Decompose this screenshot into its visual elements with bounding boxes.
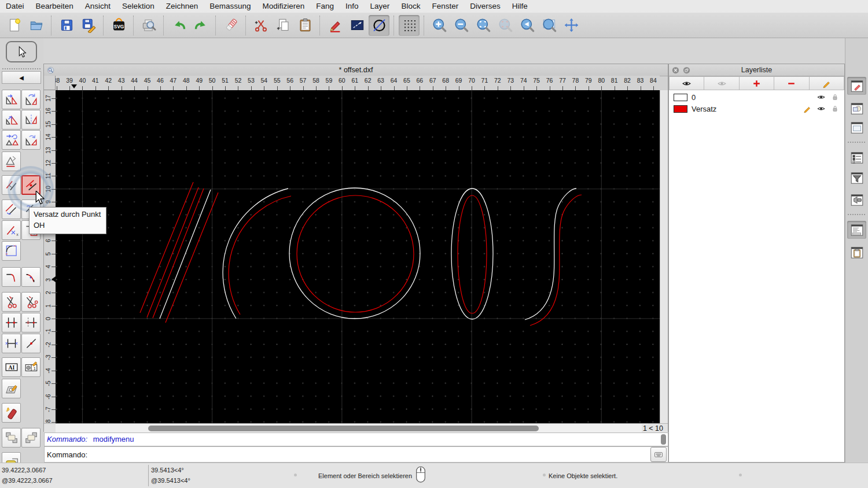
zoom-previous-button[interactable]: [517, 15, 538, 36]
cut-b-tool-button[interactable]: [21, 292, 41, 312]
svg-export-button[interactable]: SVG: [108, 15, 129, 36]
zoom-auto-button[interactable]: [473, 15, 494, 36]
open-folder-button[interactable]: [26, 15, 47, 36]
mod-rotate-two-tool-button[interactable]: [21, 130, 41, 150]
mod-rotate-tool-button[interactable]: [21, 90, 41, 109]
divide-cross-tool-button[interactable]: [2, 313, 21, 332]
redo-button[interactable]: [190, 15, 211, 36]
paste-button[interactable]: [295, 15, 315, 36]
dock-media-button[interactable]: [847, 191, 866, 209]
mod-revert-tool-button[interactable]: [2, 151, 21, 171]
explode-tool-button[interactable]: [2, 403, 21, 423]
cut-button[interactable]: [251, 15, 271, 36]
document-titlebar[interactable]: * offset.dxf: [44, 64, 668, 76]
grid-button[interactable]: [399, 15, 420, 36]
remove-layer-button[interactable]: [774, 76, 809, 90]
menu-item-block[interactable]: Block: [395, 0, 426, 13]
save-as-button[interactable]: [78, 15, 99, 36]
print-preview-button[interactable]: [138, 15, 159, 36]
line-properties-button[interactable]: [347, 15, 367, 36]
dock-layers-button[interactable]: [847, 149, 866, 167]
pan-button[interactable]: [561, 15, 582, 36]
offset-parallel-tool-button[interactable]: [2, 175, 21, 195]
new-file-button[interactable]: [4, 15, 25, 36]
menu-item-bemassung[interactable]: Bemassung: [204, 0, 256, 13]
keyboard-toggle-button[interactable]: [650, 447, 667, 462]
draw-pen-button[interactable]: [325, 15, 345, 36]
layer-visibility-icon[interactable]: [816, 104, 826, 113]
dock-command-button[interactable]: [847, 221, 866, 239]
layer-edit-icon[interactable]: [803, 104, 812, 113]
mod-move-tool-button[interactable]: [2, 90, 21, 109]
layer-color-swatch[interactable]: [674, 94, 687, 101]
mod-fillet-tool-button[interactable]: [2, 241, 21, 261]
layer-visibility-icon[interactable]: [816, 93, 826, 102]
dock-clipboard-button[interactable]: [847, 243, 866, 261]
eye-none-button[interactable]: [704, 76, 739, 90]
menu-item-info[interactable]: Info: [340, 0, 365, 13]
menu-item-hilfe[interactable]: Hilfe: [506, 0, 534, 13]
menu-item-ansicht[interactable]: Ansicht: [79, 0, 116, 13]
cad-entity-red[interactable]: [140, 182, 193, 313]
cad-entity-red[interactable]: [165, 193, 218, 323]
command-input[interactable]: [90, 448, 648, 461]
command-history-scrollbar[interactable]: [661, 434, 666, 445]
layer-row-0[interactable]: 0: [669, 91, 844, 103]
dock-blocks-button[interactable]: [847, 99, 866, 117]
cad-entity-white[interactable]: [525, 188, 576, 320]
dock-filter-button[interactable]: [847, 169, 866, 187]
drawing-canvas[interactable]: [56, 90, 660, 423]
menu-item-bearbeiten[interactable]: Bearbeiten: [30, 0, 79, 13]
layer-lock-icon[interactable]: [830, 104, 840, 113]
cut-a-tool-button[interactable]: [2, 292, 21, 312]
divide-dashed-tool-button[interactable]: [21, 313, 41, 332]
zoom-in-button[interactable]: [429, 15, 450, 36]
menu-item-layer[interactable]: Layer: [365, 0, 396, 13]
cad-entity-red[interactable]: [458, 195, 487, 313]
stretch-h-tool-button[interactable]: [2, 334, 21, 353]
zoom-out-button[interactable]: [451, 15, 472, 36]
mod-lengthen-tool-button[interactable]: x: [2, 220, 21, 240]
mod-trim-tool-button[interactable]: [2, 199, 21, 219]
cad-entity-red[interactable]: [297, 195, 414, 312]
zoom-window-button[interactable]: [539, 15, 560, 36]
cad-entity-red[interactable]: [147, 187, 198, 317]
cad-entity-white[interactable]: [289, 188, 420, 319]
layer-lock-icon[interactable]: [830, 93, 840, 102]
layer-color-swatch[interactable]: [674, 105, 687, 113]
corner-arc-tool-button[interactable]: [21, 267, 41, 287]
menu-item-fang[interactable]: Fang: [310, 0, 340, 13]
text-ai-tool-button[interactable]: AI: [2, 357, 21, 377]
copy-button[interactable]: [273, 15, 293, 36]
menu-item-selektion[interactable]: Selektion: [116, 0, 160, 13]
edit-layer-button[interactable]: [810, 76, 844, 90]
menu-item-zeichnen[interactable]: Zeichnen: [160, 0, 204, 13]
group-a-tool-button[interactable]: [2, 428, 21, 448]
save-button[interactable]: [56, 15, 77, 36]
circle-line-button[interactable]: [369, 15, 389, 36]
menu-item-modifizieren[interactable]: Modifizieren: [257, 0, 311, 13]
layer-row-versatz[interactable]: Versatz: [669, 103, 844, 114]
eraser-button[interactable]: [220, 15, 241, 36]
eye-all-button[interactable]: [669, 76, 704, 90]
menu-item-diverses[interactable]: Diverses: [464, 0, 506, 13]
hatch-edit-tool-button[interactable]: [2, 379, 21, 398]
menu-item-fenster[interactable]: Fenster: [426, 0, 464, 13]
mod-move-rotate-tool-button[interactable]: [2, 130, 21, 150]
add-layer-button[interactable]: [740, 76, 774, 90]
cad-entity-red[interactable]: [229, 196, 291, 315]
cad-entity-red[interactable]: [153, 188, 204, 318]
vertical-scrollbar[interactable]: [660, 90, 668, 423]
menu-item-datei[interactable]: Datei: [0, 0, 30, 13]
attributes-tool-button[interactable]: .1: [21, 357, 41, 377]
mod-scale-tool-button[interactable]: [2, 110, 21, 130]
dock-properties-button[interactable]: [847, 77, 866, 95]
horizontal-scrollbar[interactable]: [56, 424, 648, 432]
selection-tool-button[interactable]: [6, 41, 37, 62]
group-b-tool-button[interactable]: [21, 428, 41, 448]
dock-library-button[interactable]: [847, 119, 866, 136]
lengthen-dot-tool-button[interactable]: [21, 334, 41, 353]
mod-mirror-tool-button[interactable]: [21, 110, 41, 130]
cad-entity-white[interactable]: [160, 190, 211, 319]
corner-line-tool-button[interactable]: [2, 267, 21, 287]
